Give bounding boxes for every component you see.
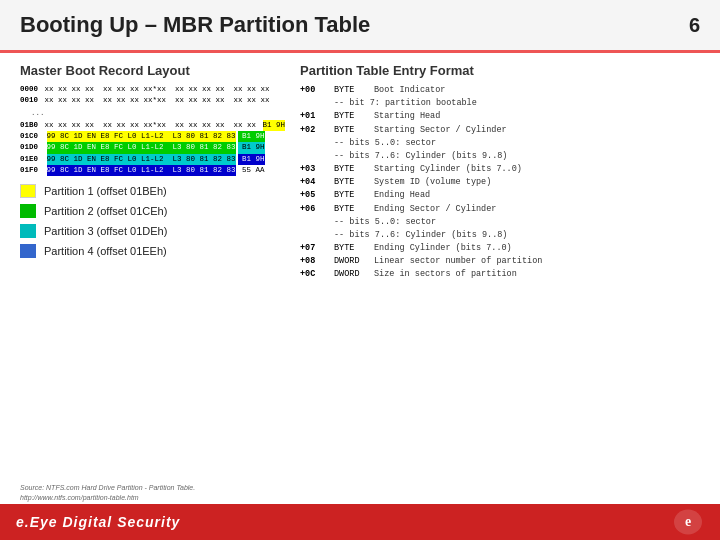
content-area: Master Boot Record Layout 0000 xx xx xx … [0, 53, 720, 483]
entry-row-01: +01 BYTE Starting Head [300, 110, 700, 123]
legend-color-2 [20, 204, 36, 218]
legend-color-1 [20, 184, 36, 198]
bottom-bar: e.Eye Digital Security e [0, 504, 720, 540]
left-section-title: Master Boot Record Layout [20, 63, 280, 78]
legend-item-2: Partition 2 (offset 01CEh) [20, 204, 280, 218]
entry-indent-00: -- bit 7: partition bootable [300, 97, 700, 110]
right-section-title: Partition Table Entry Format [300, 63, 700, 78]
entry-row-04: +04 BYTE System ID (volume type) [300, 176, 700, 189]
entry-row-00: +00 BYTE Boot Indicator [300, 84, 700, 97]
brand-name: e.Eye Digital Security [16, 514, 180, 530]
entry-indent-06b: -- bits 7..6: Cylinder (bits 9..8) [300, 229, 700, 242]
legend-label-1: Partition 1 (offset 01BEh) [44, 185, 167, 197]
entry-row-02: +02 BYTE Starting Sector / Cylinder [300, 124, 700, 137]
entry-row-06: +06 BYTE Ending Sector / Cylinder [300, 203, 700, 216]
entry-row-0c: +0C DWORD Size in sectors of partition [300, 268, 700, 281]
legend-item-3: Partition 3 (offset 01DEh) [20, 224, 280, 238]
slide-title: Booting Up – MBR Partition Table [20, 12, 370, 38]
hex-row-01c0: 01C0 99 8C 1D EN E8 FC L0 L1-L2 L3 80 81… [20, 131, 280, 142]
entry-row-03: +03 BYTE Starting Cylinder (bits 7..0) [300, 163, 700, 176]
source-footer: Source: NTFS.com Hard Drive Partition - … [0, 483, 720, 503]
source-line-2: http://www.ntfs.com/partition-table.htm [20, 493, 700, 503]
hex-row-01e0: 01E0 99 8C 1D EN E8 FC L0 L1-L2 L3 80 81… [20, 154, 280, 165]
hex-dump: 0000 xx xx xx xx xx xx xx xx*xx xx xx xx… [20, 84, 280, 176]
left-panel: Master Boot Record Layout 0000 xx xx xx … [20, 63, 280, 477]
legend-label-4: Partition 4 (offset 01EEh) [44, 245, 167, 257]
source-line-1: Source: NTFS.com Hard Drive Partition - … [20, 483, 700, 493]
hex-row-0010: 0010 xx xx xx xx xx xx xx xx*xx xx xx xx… [20, 95, 280, 106]
legend-label-3: Partition 3 (offset 01DEh) [44, 225, 167, 237]
legend-item-1: Partition 1 (offset 01BEh) [20, 184, 280, 198]
hex-row-01b0: 01B0 xx xx xx xx xx xx xx xx*xx xx xx xx… [20, 120, 280, 131]
partition-legend: Partition 1 (offset 01BEh) Partition 2 (… [20, 184, 280, 258]
legend-label-2: Partition 2 (offset 01CEh) [44, 205, 167, 217]
hex-row-01d0: 01D0 99 8C 1D EN E8 FC L0 L1-L2 L3 80 81… [20, 142, 280, 153]
entry-row-07: +07 BYTE Ending Cylinder (bits 7..0) [300, 242, 700, 255]
hex-dots: ... [20, 108, 280, 119]
hex-row-01f0: 01F0 99 8C 1D EN E8 FC L0 L1-L2 L3 80 81… [20, 165, 280, 176]
entry-row-05: +05 BYTE Ending Head [300, 189, 700, 202]
svg-text:e: e [685, 514, 691, 529]
brand-logo-icon: e [672, 508, 704, 536]
entry-indent-02a: -- bits 5..0: sector [300, 137, 700, 150]
legend-color-3 [20, 224, 36, 238]
entry-indent-02b: -- bits 7..6: Cylinder (bits 9..8) [300, 150, 700, 163]
legend-color-4 [20, 244, 36, 258]
legend-item-4: Partition 4 (offset 01EEh) [20, 244, 280, 258]
hex-row-0000: 0000 xx xx xx xx xx xx xx xx*xx xx xx xx… [20, 84, 280, 95]
entry-row-08: +08 DWORD Linear sector number of partit… [300, 255, 700, 268]
slide-number: 6 [689, 14, 700, 37]
entry-indent-06a: -- bits 5..0: sector [300, 216, 700, 229]
entry-table: +00 BYTE Boot Indicator -- bit 7: partit… [300, 84, 700, 282]
right-panel: Partition Table Entry Format +00 BYTE Bo… [300, 63, 700, 477]
slide-header: Booting Up – MBR Partition Table 6 [0, 0, 720, 53]
